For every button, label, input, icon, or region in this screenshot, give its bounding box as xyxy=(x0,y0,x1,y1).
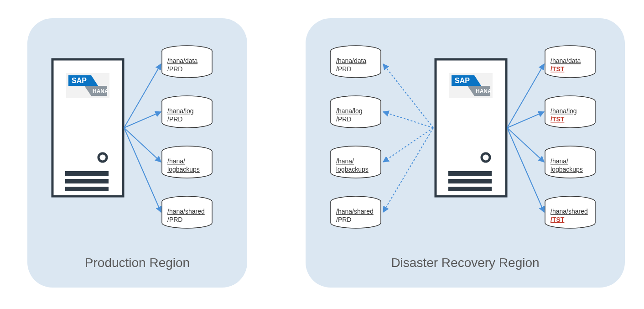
volume-label: /hana/data xyxy=(336,57,366,64)
volume-label: /PRD xyxy=(336,65,351,73)
server-bar-icon xyxy=(65,187,109,191)
volume-cylinder: /hana/ logbackups xyxy=(331,146,381,178)
volume-cylinder: /hana/ logbackups xyxy=(162,146,212,178)
volume-label: /hana/log xyxy=(336,107,363,115)
volume-label: /hana/log xyxy=(551,107,577,115)
volume-label: /hana/ xyxy=(167,157,185,165)
volume-label: /PRD xyxy=(167,115,182,123)
volume-cylinder: /hana/log /PRD xyxy=(162,96,212,128)
production-server: SAP HANA xyxy=(52,59,123,196)
volume-cylinder: /hana/data /PRD xyxy=(331,46,381,78)
volume-label: /PRD xyxy=(336,115,351,123)
volume-label: logbackups xyxy=(167,166,200,173)
hana-logo-text: HANA xyxy=(476,88,492,94)
dr-region: Disaster Recovery Region /hana/data /PRD… xyxy=(306,18,625,288)
volume-label-highlight: /TST xyxy=(551,216,565,223)
server-bar-icon xyxy=(448,171,492,176)
volume-label-highlight: /TST xyxy=(551,115,565,123)
server-bar-icon xyxy=(65,171,109,176)
volume-label: /hana/log xyxy=(167,107,194,115)
volume-label: logbackups xyxy=(336,166,369,173)
volume-label: /PRD xyxy=(167,65,182,73)
volume-label: logbackups xyxy=(551,166,583,173)
sap-hana-logo: SAP HANA xyxy=(66,73,109,98)
volume-cylinder: /hana/data /PRD xyxy=(162,46,212,78)
volume-label: /hana/ xyxy=(551,157,568,165)
volume-cylinder: /hana/shared /PRD xyxy=(331,196,381,228)
volume-label: /hana/data xyxy=(167,57,197,64)
volume-cylinder: /hana/data /TST xyxy=(545,46,595,78)
volume-label: /hana/shared xyxy=(336,208,374,215)
server-bar-icon xyxy=(448,187,492,191)
volume-label: /hana/shared xyxy=(167,208,205,215)
volume-cylinder: /hana/shared /PRD xyxy=(162,196,212,228)
volume-label: /hana/ xyxy=(336,157,354,165)
volume-cylinder: /hana/shared /TST xyxy=(545,196,595,228)
server-bar-icon xyxy=(448,179,492,183)
volume-label-highlight: /TST xyxy=(551,65,565,73)
volume-cylinder: /hana/ logbackups xyxy=(545,146,595,178)
volume-label: /PRD xyxy=(336,216,351,223)
sap-hana-logo: SAP HANA xyxy=(449,73,493,98)
production-region: Production Region SAP HANA xyxy=(27,18,247,288)
volume-cylinder: /hana/log /PRD xyxy=(331,96,381,128)
volume-label: /hana/shared xyxy=(551,208,588,215)
volume-label: /PRD xyxy=(167,216,182,223)
server-bar-icon xyxy=(65,179,109,183)
production-region-label: Production Region xyxy=(85,256,190,270)
dr-region-label: Disaster Recovery Region xyxy=(391,256,539,270)
volume-cylinder: /hana/log /TST xyxy=(545,96,595,128)
hana-logo-text: HANA xyxy=(93,88,109,94)
sap-logo-text: SAP xyxy=(72,77,87,84)
sap-logo-text: SAP xyxy=(455,77,470,84)
diagram-root: Production Region SAP HANA xyxy=(0,0,644,309)
volume-label: /hana/data xyxy=(551,57,581,64)
dr-server: SAP HANA xyxy=(436,59,506,196)
